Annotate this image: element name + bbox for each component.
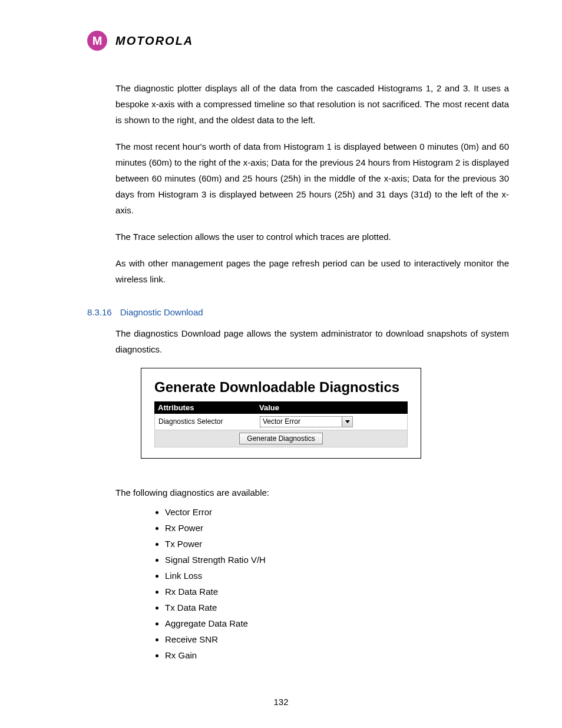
page-header: M MOTOROLA: [53, 31, 509, 51]
paragraph: The following diagnostics are available:: [115, 485, 509, 500]
list-item: Tx Data Rate: [165, 599, 509, 615]
svg-marker-0: [345, 420, 350, 423]
paragraph: As with other management pages the page …: [115, 255, 509, 287]
list-item: Vector Error: [165, 504, 509, 520]
list-item: Link Loss: [165, 568, 509, 584]
table-header-row: Attributes Value: [154, 401, 408, 414]
logo-letter: M: [92, 35, 103, 47]
section-intro: The diagnostics Download page allows the…: [53, 325, 509, 357]
button-row: Generate Diagnostics: [154, 430, 408, 447]
list-item: Receive SNR: [165, 631, 509, 647]
table-row: Diagnostics Selector Vector Error: [154, 414, 408, 430]
list-item: Aggregate Data Rate: [165, 615, 509, 631]
row-label: Diagnostics Selector: [155, 414, 256, 430]
table-header-value: Value: [256, 401, 408, 414]
paragraph: The Trace selection allows the user to c…: [115, 229, 509, 245]
motorola-logo-icon: M: [87, 31, 107, 51]
list-item: Rx Gain: [165, 647, 509, 663]
diagnostics-selector-dropdown[interactable]: Vector Error: [260, 416, 353, 427]
diagnostics-list: Vector Error Rx Power Tx Power Signal St…: [115, 504, 509, 663]
section-heading: 8.3.16 Diagnostic Download: [53, 307, 509, 317]
diagnostics-panel: Generate Downloadable Diagnostics Attrib…: [141, 368, 421, 459]
paragraph: The diagnostics Download page allows the…: [115, 325, 509, 357]
body-content: The diagnostic plotter displays all of t…: [53, 80, 509, 287]
brand-name: MOTOROLA: [115, 34, 193, 48]
paragraph: The most recent hour's worth of data fro…: [115, 139, 509, 218]
list-item: Tx Power: [165, 536, 509, 552]
dropdown-selected-value: Vector Error: [260, 417, 342, 427]
table-header-attributes: Attributes: [154, 401, 256, 414]
page-number: 132: [0, 697, 562, 707]
chevron-down-icon: [342, 417, 352, 427]
list-item: Rx Data Rate: [165, 584, 509, 599]
list-item: Signal Strength Ratio V/H: [165, 552, 509, 568]
generate-diagnostics-button[interactable]: Generate Diagnostics: [239, 433, 322, 444]
list-intro: The following diagnostics are available:…: [53, 485, 509, 663]
section-number: 8.3.16: [87, 307, 112, 317]
section-title: Diagnostic Download: [120, 307, 203, 317]
paragraph: The diagnostic plotter displays all of t…: [115, 80, 509, 128]
panel-title: Generate Downloadable Diagnostics: [154, 379, 408, 396]
list-item: Rx Power: [165, 520, 509, 536]
